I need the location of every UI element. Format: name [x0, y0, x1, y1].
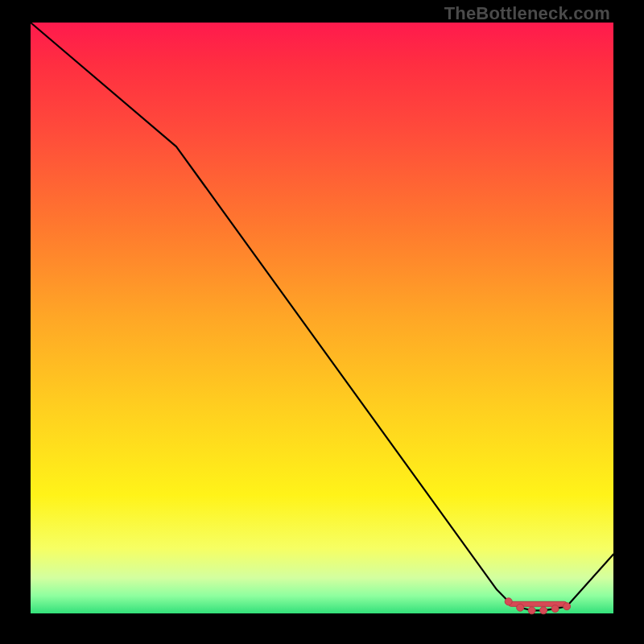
marker-dot — [528, 607, 535, 614]
bottleneck-curve — [31, 23, 613, 610]
marker-dot — [551, 605, 559, 613]
chart-frame: TheBottleneck.com — [0, 0, 644, 644]
plot-area — [31, 23, 613, 613]
marker-dot — [505, 598, 512, 605]
marker-dot — [540, 607, 547, 614]
marker-dot — [564, 603, 571, 610]
optimal-range-markers — [505, 598, 570, 614]
watermark-text: TheBottleneck.com — [444, 3, 610, 24]
chart-svg — [31, 23, 613, 613]
marker-dot — [517, 604, 524, 611]
